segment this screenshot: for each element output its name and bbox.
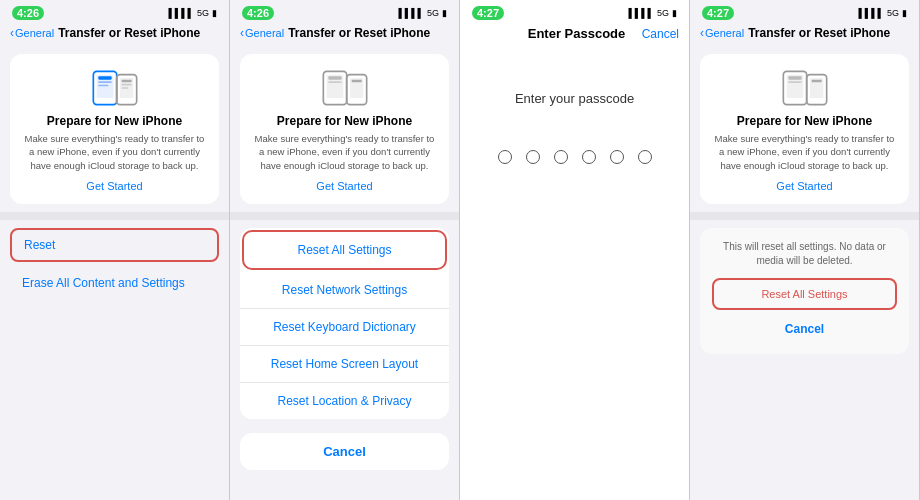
get-started-btn-4[interactable]: Get Started [776,180,832,192]
passcode-dot-1 [498,150,512,164]
reset-location-option[interactable]: Reset Location & Privacy [240,383,449,419]
signal-icon-1: ▌▌▌▌ [168,8,194,18]
nav-bar-1: ‹ General Transfer or Reset iPhone [0,24,229,46]
svg-rect-13 [328,81,341,83]
back-chevron-icon-1: ‹ [10,26,14,40]
passcode-prompt: Enter your passcode [515,87,634,122]
confirm-text: This will reset all settings. No data or… [712,240,897,268]
bottom-items-1: Reset Erase All Content and Settings [0,220,229,306]
get-started-btn-2[interactable]: Get Started [316,180,372,192]
status-time-4: 4:27 [702,6,734,20]
svg-rect-2 [98,76,111,79]
screen-4: 4:27 ▌▌▌▌ 5G ▮ ‹ General Transfer or Res… [690,0,920,500]
reset-item-label: Reset [24,238,205,252]
nav-back-4[interactable]: ‹ General [700,26,744,40]
gray-divider-2 [230,212,459,220]
gray-divider-4 [690,212,919,220]
status-time-1: 4:26 [12,6,44,20]
battery-icon-2: ▮ [442,8,447,18]
reset-network-option[interactable]: Reset Network Settings [240,272,449,309]
battery-icon-1: ▮ [212,8,217,18]
passcode-dot-4 [582,150,596,164]
status-icons-3: ▌▌▌▌ 5G ▮ [628,8,677,18]
prepare-desc-1: Make sure everything's ready to transfer… [22,132,207,172]
get-started-btn-1[interactable]: Get Started [86,180,142,192]
prepare-title-2: Prepare for New iPhone [277,114,412,128]
erase-item[interactable]: Erase All Content and Settings [10,268,219,298]
cancel-btn-3[interactable]: Cancel [642,27,679,41]
confirm-card: This will reset all settings. No data or… [700,228,909,354]
prepare-icon-4 [780,68,830,108]
svg-rect-23 [811,80,821,83]
passcode-dot-3 [554,150,568,164]
svg-rect-9 [121,87,128,89]
reset-homescreen-option[interactable]: Reset Home Screen Layout [240,346,449,383]
nav-title-1: Transfer or Reset iPhone [58,26,200,40]
status-bar-4: 4:27 ▌▌▌▌ 5G ▮ [690,0,919,24]
signal-icon-2: ▌▌▌▌ [398,8,424,18]
svg-rect-16 [351,80,361,83]
reset-options-list: Reset All Settings Reset Network Setting… [240,228,449,419]
screen-2: 4:26 ▌▌▌▌ 5G ▮ ‹ General Transfer or Res… [230,0,460,500]
screen-1: 4:26 ▌▌▌▌ 5G ▮ ‹ General Transfer or Res… [0,0,230,500]
nav-title-3: Enter Passcode [528,26,626,41]
svg-rect-8 [121,84,131,86]
back-chevron-icon-2: ‹ [240,26,244,40]
prepare-title-4: Prepare for New iPhone [737,114,872,128]
status-icons-2: ▌▌▌▌ 5G ▮ [398,8,447,18]
nav-title-4: Transfer or Reset iPhone [748,26,890,40]
svg-rect-12 [328,76,341,79]
svg-rect-20 [788,81,801,83]
prepare-icon-2 [320,68,370,108]
reset-keyboard-option[interactable]: Reset Keyboard Dictionary [240,309,449,346]
prepare-desc-2: Make sure everything's ready to transfer… [252,132,437,172]
nav-title-2: Transfer or Reset iPhone [288,26,430,40]
erase-item-label: Erase All Content and Settings [22,276,207,290]
status-time-3: 4:27 [472,6,504,20]
battery-icon-4: ▮ [902,8,907,18]
prepare-icon-1 [90,68,140,108]
confirm-reset-btn[interactable]: Reset All Settings [712,278,897,310]
prepare-card-4: Prepare for New iPhone Make sure everyth… [700,54,909,204]
passcode-dot-2 [526,150,540,164]
signal-icon-3: ▌▌▌▌ [628,8,654,18]
nav-bar-2: ‹ General Transfer or Reset iPhone [230,24,459,46]
passcode-content: Enter your passcode [460,47,689,500]
status-time-2: 4:26 [242,6,274,20]
nav-back-1[interactable]: ‹ General [10,26,54,40]
passcode-dot-5 [610,150,624,164]
network-type-3: 5G [657,8,669,18]
network-type-2: 5G [427,8,439,18]
prepare-desc-4: Make sure everything's ready to transfer… [712,132,897,172]
passcode-dot-6 [638,150,652,164]
network-type-4: 5G [887,8,899,18]
status-icons-1: ▌▌▌▌ 5G ▮ [168,8,217,18]
back-chevron-icon-4: ‹ [700,26,704,40]
status-icons-4: ▌▌▌▌ 5G ▮ [858,8,907,18]
status-bar-1: 4:26 ▌▌▌▌ 5G ▮ [0,0,229,24]
confirm-cancel-btn[interactable]: Cancel [712,316,897,342]
svg-rect-19 [788,76,801,79]
passcode-dots [498,142,652,184]
battery-icon-3: ▮ [672,8,677,18]
cancel-button-2[interactable]: Cancel [240,433,449,470]
network-type-1: 5G [197,8,209,18]
svg-rect-7 [121,80,131,83]
prepare-card-2: Prepare for New iPhone Make sure everyth… [240,54,449,204]
status-bar-3: 4:27 ▌▌▌▌ 5G ▮ [460,0,689,24]
gray-divider-1 [0,212,229,220]
svg-rect-3 [98,81,111,83]
prepare-title-1: Prepare for New iPhone [47,114,182,128]
reset-item-highlighted[interactable]: Reset [10,228,219,262]
svg-rect-4 [98,85,108,87]
status-bar-2: 4:26 ▌▌▌▌ 5G ▮ [230,0,459,24]
nav-bar-4: ‹ General Transfer or Reset iPhone [690,24,919,46]
nav-back-2[interactable]: ‹ General [240,26,284,40]
nav-bar-3: Enter Passcode Cancel [460,24,689,47]
signal-icon-4: ▌▌▌▌ [858,8,884,18]
reset-all-settings-option[interactable]: Reset All Settings [242,230,447,270]
prepare-card-1: Prepare for New iPhone Make sure everyth… [10,54,219,204]
screen-3: 4:27 ▌▌▌▌ 5G ▮ Enter Passcode Cancel Ent… [460,0,690,500]
